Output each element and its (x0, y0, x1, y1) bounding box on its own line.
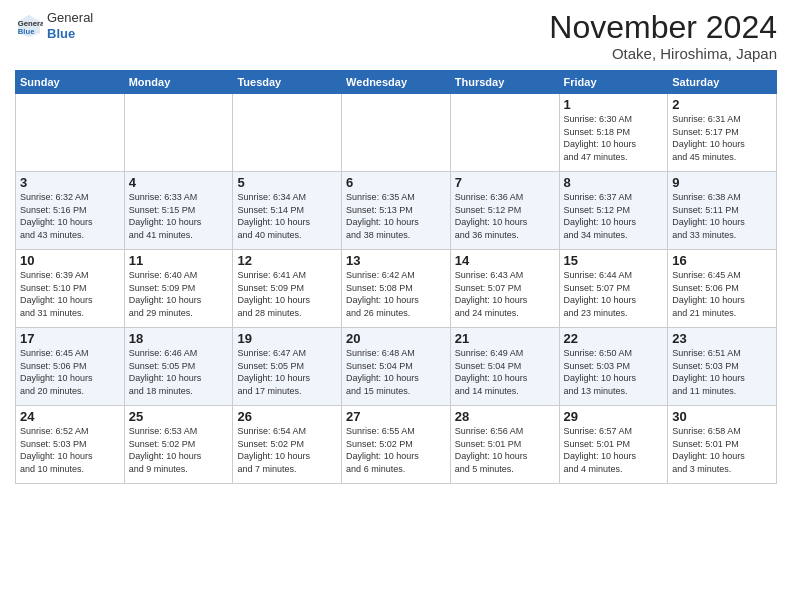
day-info: Sunrise: 6:46 AM Sunset: 5:05 PM Dayligh… (129, 347, 229, 397)
day-number: 1 (564, 97, 664, 112)
calendar-cell: 14Sunrise: 6:43 AM Sunset: 5:07 PM Dayli… (450, 250, 559, 328)
title-block: November 2024 Otake, Hiroshima, Japan (549, 10, 777, 62)
calendar-cell: 4Sunrise: 6:33 AM Sunset: 5:15 PM Daylig… (124, 172, 233, 250)
calendar-cell: 7Sunrise: 6:36 AM Sunset: 5:12 PM Daylig… (450, 172, 559, 250)
day-info: Sunrise: 6:30 AM Sunset: 5:18 PM Dayligh… (564, 113, 664, 163)
day-number: 3 (20, 175, 120, 190)
calendar-week-row: 24Sunrise: 6:52 AM Sunset: 5:03 PM Dayli… (16, 406, 777, 484)
day-number: 11 (129, 253, 229, 268)
calendar-cell: 6Sunrise: 6:35 AM Sunset: 5:13 PM Daylig… (342, 172, 451, 250)
svg-text:General: General (18, 19, 43, 28)
day-number: 5 (237, 175, 337, 190)
weekday-header-row: SundayMondayTuesdayWednesdayThursdayFrid… (16, 71, 777, 94)
weekday-header: Friday (559, 71, 668, 94)
calendar-cell: 23Sunrise: 6:51 AM Sunset: 5:03 PM Dayli… (668, 328, 777, 406)
day-info: Sunrise: 6:52 AM Sunset: 5:03 PM Dayligh… (20, 425, 120, 475)
weekday-header: Wednesday (342, 71, 451, 94)
weekday-header: Tuesday (233, 71, 342, 94)
day-info: Sunrise: 6:35 AM Sunset: 5:13 PM Dayligh… (346, 191, 446, 241)
day-number: 19 (237, 331, 337, 346)
day-info: Sunrise: 6:39 AM Sunset: 5:10 PM Dayligh… (20, 269, 120, 319)
day-info: Sunrise: 6:56 AM Sunset: 5:01 PM Dayligh… (455, 425, 555, 475)
logo: General Blue General Blue (15, 10, 93, 41)
weekday-header: Thursday (450, 71, 559, 94)
day-number: 15 (564, 253, 664, 268)
day-number: 6 (346, 175, 446, 190)
calendar-cell (124, 94, 233, 172)
calendar-week-row: 17Sunrise: 6:45 AM Sunset: 5:06 PM Dayli… (16, 328, 777, 406)
day-number: 23 (672, 331, 772, 346)
day-info: Sunrise: 6:45 AM Sunset: 5:06 PM Dayligh… (672, 269, 772, 319)
calendar-cell: 15Sunrise: 6:44 AM Sunset: 5:07 PM Dayli… (559, 250, 668, 328)
day-info: Sunrise: 6:57 AM Sunset: 5:01 PM Dayligh… (564, 425, 664, 475)
day-info: Sunrise: 6:31 AM Sunset: 5:17 PM Dayligh… (672, 113, 772, 163)
calendar-week-row: 10Sunrise: 6:39 AM Sunset: 5:10 PM Dayli… (16, 250, 777, 328)
calendar-cell: 27Sunrise: 6:55 AM Sunset: 5:02 PM Dayli… (342, 406, 451, 484)
day-info: Sunrise: 6:51 AM Sunset: 5:03 PM Dayligh… (672, 347, 772, 397)
calendar-cell: 8Sunrise: 6:37 AM Sunset: 5:12 PM Daylig… (559, 172, 668, 250)
page-container: General Blue General Blue November 2024 … (0, 0, 792, 489)
logo-general: General (47, 10, 93, 26)
day-number: 27 (346, 409, 446, 424)
day-number: 30 (672, 409, 772, 424)
day-number: 2 (672, 97, 772, 112)
day-info: Sunrise: 6:55 AM Sunset: 5:02 PM Dayligh… (346, 425, 446, 475)
calendar-cell: 25Sunrise: 6:53 AM Sunset: 5:02 PM Dayli… (124, 406, 233, 484)
day-number: 8 (564, 175, 664, 190)
day-number: 9 (672, 175, 772, 190)
calendar-cell: 17Sunrise: 6:45 AM Sunset: 5:06 PM Dayli… (16, 328, 125, 406)
day-number: 26 (237, 409, 337, 424)
day-number: 16 (672, 253, 772, 268)
day-number: 18 (129, 331, 229, 346)
header: General Blue General Blue November 2024 … (15, 10, 777, 62)
day-number: 24 (20, 409, 120, 424)
calendar-cell: 12Sunrise: 6:41 AM Sunset: 5:09 PM Dayli… (233, 250, 342, 328)
calendar-cell: 30Sunrise: 6:58 AM Sunset: 5:01 PM Dayli… (668, 406, 777, 484)
day-info: Sunrise: 6:54 AM Sunset: 5:02 PM Dayligh… (237, 425, 337, 475)
calendar-cell: 28Sunrise: 6:56 AM Sunset: 5:01 PM Dayli… (450, 406, 559, 484)
calendar-cell (342, 94, 451, 172)
day-info: Sunrise: 6:41 AM Sunset: 5:09 PM Dayligh… (237, 269, 337, 319)
day-number: 14 (455, 253, 555, 268)
calendar-cell: 24Sunrise: 6:52 AM Sunset: 5:03 PM Dayli… (16, 406, 125, 484)
calendar-cell: 11Sunrise: 6:40 AM Sunset: 5:09 PM Dayli… (124, 250, 233, 328)
calendar-cell: 21Sunrise: 6:49 AM Sunset: 5:04 PM Dayli… (450, 328, 559, 406)
day-number: 22 (564, 331, 664, 346)
day-info: Sunrise: 6:36 AM Sunset: 5:12 PM Dayligh… (455, 191, 555, 241)
day-info: Sunrise: 6:43 AM Sunset: 5:07 PM Dayligh… (455, 269, 555, 319)
calendar-cell (233, 94, 342, 172)
day-info: Sunrise: 6:33 AM Sunset: 5:15 PM Dayligh… (129, 191, 229, 241)
day-info: Sunrise: 6:48 AM Sunset: 5:04 PM Dayligh… (346, 347, 446, 397)
day-number: 13 (346, 253, 446, 268)
calendar-cell: 20Sunrise: 6:48 AM Sunset: 5:04 PM Dayli… (342, 328, 451, 406)
day-info: Sunrise: 6:42 AM Sunset: 5:08 PM Dayligh… (346, 269, 446, 319)
location: Otake, Hiroshima, Japan (549, 45, 777, 62)
day-info: Sunrise: 6:38 AM Sunset: 5:11 PM Dayligh… (672, 191, 772, 241)
calendar-cell: 13Sunrise: 6:42 AM Sunset: 5:08 PM Dayli… (342, 250, 451, 328)
day-info: Sunrise: 6:44 AM Sunset: 5:07 PM Dayligh… (564, 269, 664, 319)
day-number: 20 (346, 331, 446, 346)
day-number: 10 (20, 253, 120, 268)
calendar-cell: 5Sunrise: 6:34 AM Sunset: 5:14 PM Daylig… (233, 172, 342, 250)
logo-icon: General Blue (15, 12, 43, 40)
calendar-cell (16, 94, 125, 172)
day-info: Sunrise: 6:32 AM Sunset: 5:16 PM Dayligh… (20, 191, 120, 241)
day-info: Sunrise: 6:37 AM Sunset: 5:12 PM Dayligh… (564, 191, 664, 241)
day-info: Sunrise: 6:50 AM Sunset: 5:03 PM Dayligh… (564, 347, 664, 397)
calendar-cell: 18Sunrise: 6:46 AM Sunset: 5:05 PM Dayli… (124, 328, 233, 406)
calendar-cell: 22Sunrise: 6:50 AM Sunset: 5:03 PM Dayli… (559, 328, 668, 406)
calendar-cell: 16Sunrise: 6:45 AM Sunset: 5:06 PM Dayli… (668, 250, 777, 328)
day-info: Sunrise: 6:53 AM Sunset: 5:02 PM Dayligh… (129, 425, 229, 475)
calendar-cell: 9Sunrise: 6:38 AM Sunset: 5:11 PM Daylig… (668, 172, 777, 250)
calendar-cell: 29Sunrise: 6:57 AM Sunset: 5:01 PM Dayli… (559, 406, 668, 484)
calendar-cell: 3Sunrise: 6:32 AM Sunset: 5:16 PM Daylig… (16, 172, 125, 250)
logo-blue: Blue (47, 26, 93, 42)
calendar-week-row: 3Sunrise: 6:32 AM Sunset: 5:16 PM Daylig… (16, 172, 777, 250)
calendar-cell: 1Sunrise: 6:30 AM Sunset: 5:18 PM Daylig… (559, 94, 668, 172)
day-number: 17 (20, 331, 120, 346)
weekday-header: Sunday (16, 71, 125, 94)
day-info: Sunrise: 6:34 AM Sunset: 5:14 PM Dayligh… (237, 191, 337, 241)
calendar-cell (450, 94, 559, 172)
day-number: 25 (129, 409, 229, 424)
calendar-table: SundayMondayTuesdayWednesdayThursdayFrid… (15, 70, 777, 484)
